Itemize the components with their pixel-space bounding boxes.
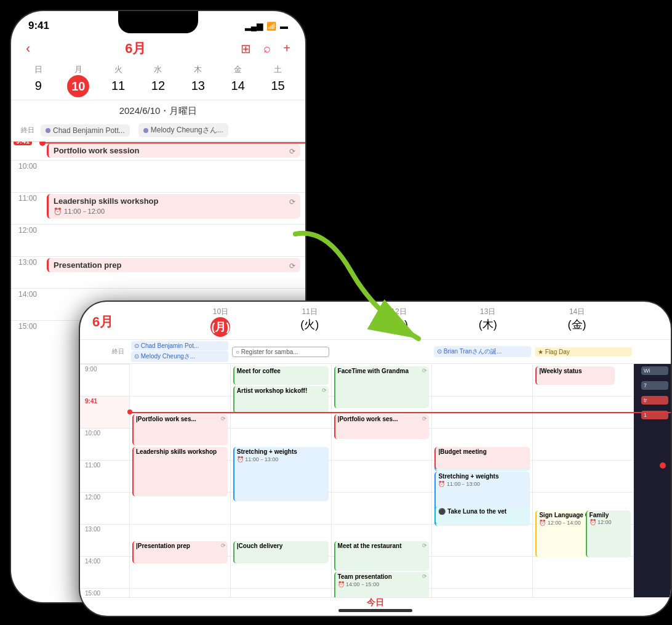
add-icon[interactable]: + xyxy=(283,41,290,56)
timeslot-941: 9:41 Portfolio work session ⟳ xyxy=(11,142,305,160)
ev-couch-title: |Couch delivery xyxy=(237,542,283,549)
slot-941-content: Portfolio work session ⟳ xyxy=(42,142,305,160)
allday-event-melody[interactable]: Melody Cheungさん... xyxy=(138,123,228,137)
cal2-day-col-10[interactable]: 10日 (月) xyxy=(176,307,265,337)
weekday-label-sat: 土 xyxy=(274,64,282,75)
event-col2-portfolio[interactable]: |Portfolio work ses... ⟳ xyxy=(334,414,430,439)
ev-artist-refresh: ⟳ xyxy=(322,387,327,393)
day-num-12: 12 xyxy=(150,75,166,97)
day-col-thu[interactable]: 木 13 xyxy=(178,64,218,97)
event-portfolio-work[interactable]: Portfolio work session ⟳ xyxy=(47,143,300,158)
day-num-10-today: 10 xyxy=(67,75,89,97)
day-columns-grid: |Portfolio work ses... ⟳ Leadership skil… xyxy=(129,364,671,597)
grid-icon[interactable]: ⊞ xyxy=(241,41,251,56)
ev-teampres-refresh: ⟳ xyxy=(422,573,427,579)
current-time-badge: 9:41 xyxy=(14,142,32,145)
ev-facetime-title: FaceTime with Grandma xyxy=(338,368,409,374)
event-col1-coffee[interactable]: Meet for coffee xyxy=(233,366,329,385)
time-column: 9:00 9:41 10:00 11:00 12:00 13:00 14:00 … xyxy=(80,364,129,597)
slot-1000-content xyxy=(42,161,305,163)
ev-prep-title: |Presentation prep xyxy=(136,542,190,549)
cal2-daynum-14: (金) xyxy=(568,317,586,332)
search-icon[interactable]: ⌕ xyxy=(263,41,271,56)
ev-luna-title: ⚫ Take Luna to the vet xyxy=(438,508,506,515)
back-button[interactable]: ‹ xyxy=(26,41,30,57)
allday-flagday[interactable]: ★ Flag Day xyxy=(535,347,632,357)
time-1300: 13:00 xyxy=(80,524,129,556)
event-col0-prep[interactable]: |Presentation prep ⟳ xyxy=(132,541,228,563)
melody-label: Melody Cheungさん... xyxy=(151,125,223,135)
event-presentation-prep[interactable]: Presentation prep ⟳ xyxy=(47,258,300,272)
day-col-sun[interactable]: 日 9 xyxy=(18,64,58,97)
status-time: 9:41 xyxy=(28,20,49,32)
day-col-sat[interactable]: 土 15 xyxy=(258,64,298,97)
ev-weekly-title: |Weekly status xyxy=(539,368,582,374)
home-indicator xyxy=(338,609,412,612)
slot-1300-content: Presentation prep ⟳ xyxy=(42,257,305,275)
event-leadership[interactable]: Leadership skills workshop ⟳ ⏰ 11:00－12:… xyxy=(47,194,300,219)
event-col3-budget[interactable]: |Budget meeting xyxy=(434,447,530,469)
ev-col2-portfolio-title: |Portfolio work ses... xyxy=(338,416,398,422)
ev-stretch-time: ⏰ 11:00－13:00 xyxy=(237,456,326,464)
event-col2-restaurant[interactable]: Meet at the restaurant ⟳ xyxy=(334,541,430,571)
allday-label: 終日 xyxy=(21,126,36,135)
event-col0-leadership[interactable]: Leadership skills workshop xyxy=(132,447,228,496)
day-col-fri[interactable]: 金 14 xyxy=(218,64,258,97)
slot-1400-content xyxy=(42,289,305,291)
event-col1-stretching[interactable]: Stretching + weights ⏰ 11:00－13:00 xyxy=(233,447,329,501)
weekday-label-thu: 木 xyxy=(194,64,202,75)
time-label-1000: 10:00 xyxy=(11,161,42,171)
ev-col3-stretch-title: Stretching + weights xyxy=(438,473,498,480)
event-col1-artist[interactable]: Artist workshop kickoff! ⟳ xyxy=(233,386,329,413)
chad-label: Chad Benjamin Pott... xyxy=(53,126,125,135)
allday-cell-14: ★ Flag Day xyxy=(533,346,634,358)
day-num-15: 15 xyxy=(270,75,286,97)
side-event-tr: tr xyxy=(641,396,668,405)
allday-event-chad[interactable]: Chad Benjamin Pott... xyxy=(41,124,130,137)
event-col0-portfolio[interactable]: |Portfolio work ses... ⟳ xyxy=(132,414,228,445)
timeslot-1000: 10:00 xyxy=(11,160,305,192)
today-button[interactable]: 今日 xyxy=(367,597,384,608)
time-label-1500: 15:00 xyxy=(11,321,42,331)
time-941: 9:41 xyxy=(80,396,129,428)
timeslot-1300: 13:00 Presentation prep ⟳ xyxy=(11,256,305,288)
allday-chad[interactable]: ⊙ Chad Benjamin Pot... xyxy=(131,341,228,350)
chad-dot xyxy=(46,128,50,133)
side-event-wi: Wi xyxy=(641,366,668,375)
time-label-1200: 12:00 xyxy=(11,225,42,235)
ev-col3-stretch-time: ⏰ 11:00－13:00 xyxy=(438,480,527,488)
time-1400: 14:00 xyxy=(80,556,129,588)
status-icons: ▂▄▆ 📶 ▬ xyxy=(245,22,288,31)
cal2-daynum-10: (月) xyxy=(210,317,230,337)
day-col-wed[interactable]: 水 12 xyxy=(138,64,178,97)
event-col2-facetime[interactable]: FaceTime with Grandma ⟳ xyxy=(334,366,430,408)
weekday-label-mon: 月 xyxy=(74,64,82,75)
side-event-1: 1 xyxy=(641,411,668,419)
day-num-9: 9 xyxy=(34,75,43,97)
cal2-dayname-13: 13日 xyxy=(480,307,495,317)
event-leadership-title: Leadership skills workshop xyxy=(54,196,159,206)
ev-facetime-refresh: ⟳ xyxy=(422,368,427,374)
weekday-label-fri: 金 xyxy=(234,64,242,75)
current-time-line xyxy=(42,142,305,143)
month-title: 6月 xyxy=(125,39,146,58)
ev-col2-portfolio-refresh: ⟳ xyxy=(422,416,427,422)
day-col-tue[interactable]: 火 11 xyxy=(98,64,138,97)
ev-budget-title: |Budget meeting xyxy=(438,448,486,455)
allday-cell-10: ⊙ Chad Benjamin Pot... ⊙ Melody Cheungさ.… xyxy=(129,340,230,363)
allday-melody[interactable]: ⊙ Melody Cheungさ... xyxy=(131,351,228,362)
event-col4-weekly[interactable]: |Weekly status xyxy=(535,366,615,385)
cal2-dayname-14: 14日 xyxy=(569,307,585,317)
event-col1-couch[interactable]: |Couch delivery xyxy=(233,541,329,563)
day-num-11: 11 xyxy=(110,75,126,97)
refresh-icon: ⟳ xyxy=(289,147,295,156)
ev-family-time: ⏰ 12:00 xyxy=(590,519,628,525)
time-1000: 10:00 xyxy=(80,428,129,460)
time-1200: 12:00 xyxy=(80,492,129,524)
leadership-refresh-icon: ⟳ xyxy=(289,198,295,206)
day-col-mon[interactable]: 月 10 xyxy=(58,64,98,97)
event-col3-luna[interactable]: ⚫ Take Luna to the vet xyxy=(434,507,530,524)
cal2-day-col-14[interactable]: 14日 (金) xyxy=(532,307,622,337)
event-col4-family[interactable]: Family ⏰ 12:00 xyxy=(586,510,631,557)
event-col2-teampres[interactable]: Team presentation ⏰ 14:00－15:00 ⟳ xyxy=(334,572,430,597)
